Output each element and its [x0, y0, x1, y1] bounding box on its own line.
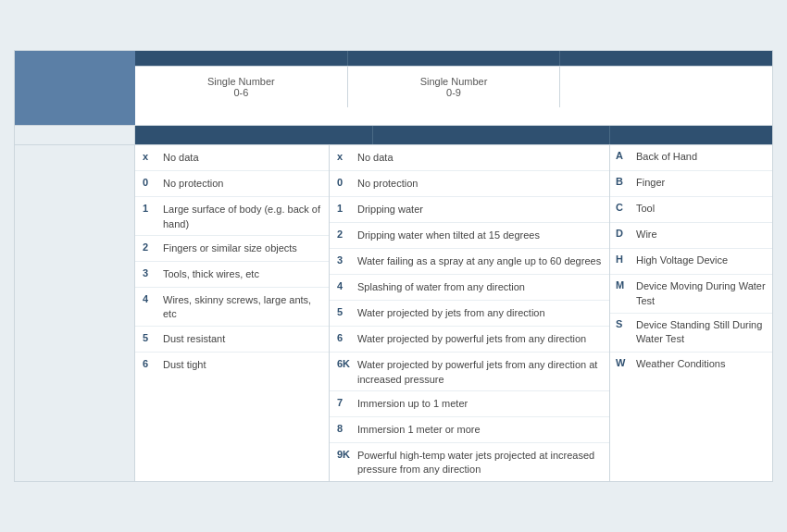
table-row: 8Immersion 1 meter or more — [330, 417, 609, 443]
table-row: 1Large surface of body (e.g. back of han… — [135, 197, 329, 236]
ip-table: Single Number0-6 Single Number0-9 xNo da… — [14, 50, 773, 482]
row-key: 3 — [135, 262, 161, 282]
other-key: W — [616, 357, 636, 368]
row-key: 1 — [135, 197, 161, 217]
row-key: x — [135, 145, 161, 166]
row-key: 4 — [135, 288, 161, 308]
row-val: Water failing as a spray at any angle up… — [356, 249, 609, 272]
other-key: A — [616, 150, 636, 161]
row-key: 5 — [330, 301, 356, 321]
header-section: Single Number0-6 Single Number0-9 — [15, 51, 772, 125]
row-val: Dust tight — [161, 353, 329, 376]
table-row: 3Water failing as a spray at any angle u… — [330, 249, 609, 275]
row-key: 6K — [330, 353, 356, 373]
table-row: ABack of Hand — [610, 145, 772, 171]
table-row: 6KWater projected by powerful jets from … — [330, 353, 609, 391]
row-key: 0 — [330, 171, 356, 192]
other-val: High Voltage Device — [636, 254, 767, 267]
ip-logo-cell — [15, 51, 135, 125]
row-key: 6 — [135, 353, 161, 373]
other-key: M — [616, 279, 636, 291]
table-row: 9KPowerful high-temp water jets projecte… — [330, 443, 609, 481]
cat1-header — [135, 126, 373, 144]
row-val: Immersion up to 1 meter — [356, 391, 609, 414]
other-val: Device Moving During Water Test — [636, 279, 767, 308]
liquid-column: xNo data0No protection1Dripping water2Dr… — [330, 145, 610, 481]
row-val: Dripping water when tilted at 15 degrees — [356, 223, 609, 246]
table-row: 2Fingers or similar size objects — [135, 236, 329, 262]
row-key: 5 — [135, 327, 161, 347]
letter-header — [560, 51, 772, 66]
cat3-header — [610, 126, 772, 144]
row-key: 1 — [330, 197, 356, 217]
row-key: x — [330, 145, 356, 166]
other-key: B — [616, 176, 636, 187]
sub1-cell: Single Number0-6 — [135, 67, 348, 107]
other-key: D — [616, 228, 636, 239]
other-column: ABack of HandBFingerCToolDWireHHigh Volt… — [610, 145, 772, 481]
table-row: SDevice Standing Still During Water Test — [610, 314, 772, 353]
row-key: 7 — [330, 391, 356, 412]
row-val: Powerful high-temp water jets projected … — [356, 443, 609, 481]
table-row: 0No protection — [330, 171, 609, 197]
table-row: HHigh Voltage Device — [610, 249, 772, 275]
table-row: 6Dust tight — [135, 353, 329, 378]
row-val: Splashing of water from any direction — [356, 275, 609, 298]
table-row: 7Immersion up to 1 meter — [330, 391, 609, 417]
table-row: BFinger — [610, 171, 772, 197]
other-key: H — [616, 254, 636, 265]
cat-spacer — [15, 126, 135, 144]
table-row: CTool — [610, 197, 772, 223]
table-row: 5Dust resistant — [135, 327, 329, 353]
category-row — [15, 125, 772, 144]
other-key: C — [616, 202, 636, 213]
table-row: 2Dripping water when tilted at 15 degree… — [330, 223, 609, 249]
row-key: 6 — [330, 327, 356, 347]
row-val: Fingers or similar size objects — [161, 236, 329, 259]
row-val: Water projected by powerful jets from an… — [356, 327, 609, 350]
other-val: Weather Conditions — [636, 357, 767, 371]
table-row: xNo data — [330, 145, 609, 171]
row-val: Wires, skinny screws, large ants, etc — [161, 288, 329, 326]
digit2-header — [348, 51, 561, 66]
row-key: 2 — [135, 236, 161, 256]
table-row: 4Wires, skinny screws, large ants, etc — [135, 288, 329, 327]
row-val: Dust resistant — [161, 327, 329, 350]
row-key: 3 — [330, 249, 356, 269]
row-val: No data — [356, 145, 609, 168]
table-row: 3Tools, thick wires, etc — [135, 262, 329, 288]
row-val: No protection — [356, 171, 609, 194]
row-val: Water projected by powerful jets from an… — [356, 353, 609, 390]
table-row: 5Water projected by jets from any direct… — [330, 301, 609, 327]
digit1-header — [135, 51, 348, 66]
table-row: WWeather Conditions — [610, 353, 772, 378]
other-val: Device Standing Still During Water Test — [636, 318, 767, 347]
other-key: S — [616, 318, 636, 329]
row-val: No data — [161, 145, 329, 168]
row-key: 2 — [330, 223, 356, 243]
cat2-header — [373, 126, 611, 144]
table-row: 1Dripping water — [330, 197, 609, 223]
other-val: Back of Hand — [636, 150, 767, 164]
other-val: Wire — [636, 228, 767, 241]
other-val: Finger — [636, 176, 767, 190]
table-row: xNo data — [135, 145, 329, 171]
row-key: 0 — [135, 171, 161, 192]
row-val: Immersion 1 meter or more — [356, 417, 609, 440]
row-key: 4 — [330, 275, 356, 295]
header-sub: Single Number0-6 Single Number0-9 — [135, 67, 772, 107]
row-val: Dripping water — [356, 197, 609, 220]
other-val: Tool — [636, 202, 767, 216]
data-section: xNo data0No protection1Large surface of … — [15, 144, 772, 481]
table-row: MDevice Moving During Water Test — [610, 275, 772, 314]
solid-column: xNo data0No protection1Large surface of … — [135, 145, 330, 481]
row-val: Large surface of body (e.g. back of hand… — [161, 197, 329, 235]
table-row: 4Splashing of water from any direction — [330, 275, 609, 301]
table-row: 6Water projected by powerful jets from a… — [330, 327, 609, 353]
header-top — [135, 51, 772, 67]
header-columns: Single Number0-6 Single Number0-9 — [135, 51, 772, 125]
row-val: Tools, thick wires, etc — [161, 262, 329, 285]
table-row: DWire — [610, 223, 772, 249]
row-key: 8 — [330, 417, 356, 438]
left-spacer — [15, 145, 135, 481]
